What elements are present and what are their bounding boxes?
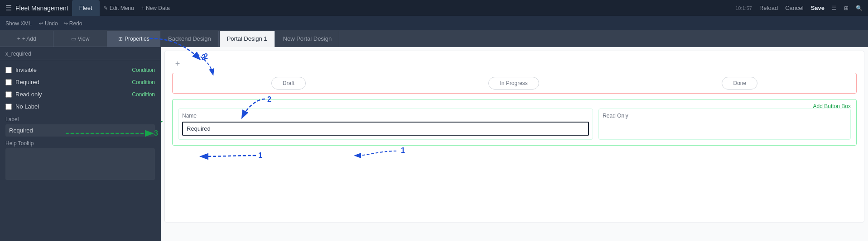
tabs-bar: Backend Design Portal Design 1 New Porta… — [161, 31, 868, 47]
form-section: Add Button Box Name Read Only — [172, 99, 857, 146]
name-field-input[interactable] — [182, 122, 589, 136]
name-field: Name — [178, 109, 593, 140]
tab-portal-design-1[interactable]: Portal Design 1 — [220, 31, 275, 47]
name-field-label: Name — [182, 113, 589, 119]
label-input[interactable] — [5, 124, 155, 137]
help-tooltip-title: Help Tooltip — [5, 140, 155, 146]
undo-redo-controls: ↩ Undo ↪ Redo — [39, 20, 82, 27]
tab-backend-design[interactable]: Backend Design — [161, 31, 219, 47]
header-left: ☰ Fleet Management Fleet ✎ Edit Menu + N… — [5, 0, 170, 16]
edit-menu-button[interactable]: ✎ Edit Menu — [103, 5, 134, 11]
grid-view-icon[interactable]: ⊞ — [844, 5, 849, 11]
help-tooltip-input[interactable] — [5, 148, 155, 180]
status-draft[interactable]: Draft — [271, 77, 306, 90]
no-label-checkbox[interactable] — [5, 104, 12, 110]
label-section: Label — [5, 116, 155, 137]
no-label-row: No Label — [5, 100, 155, 113]
read-only-field: Read Only — [598, 109, 851, 140]
required-checkbox[interactable] — [5, 79, 12, 85]
design-canvas: + Draft In Progress Done Add But — [164, 51, 864, 222]
invisible-condition[interactable]: Condition — [132, 67, 155, 73]
main-layout: + + Add ▭ View ⊞ Properties x_required I… — [0, 31, 868, 241]
add-row: + — [172, 58, 857, 69]
status-done[interactable]: Done — [722, 77, 757, 90]
form-row: Name Read Only — [178, 109, 851, 140]
sidebar-content: Invisible Condition Required Condition R… — [0, 60, 160, 241]
hamburger-icon[interactable]: ☰ — [5, 4, 12, 12]
new-data-button[interactable]: + New Data — [141, 5, 170, 11]
view-button[interactable]: ▭ View — [53, 31, 107, 47]
cancel-button[interactable]: Cancel — [785, 5, 803, 11]
add-button[interactable]: + + Add — [0, 31, 53, 47]
reload-button[interactable]: Reload — [759, 5, 778, 11]
fleet-tab[interactable]: Fleet — [72, 0, 100, 16]
pencil-icon: ✎ — [103, 5, 108, 11]
sub-header: Show XML ↩ Undo ↪ Redo — [0, 16, 868, 31]
tab-new-portal-design[interactable]: New Portal Design — [276, 31, 340, 47]
plus-icon: + — [17, 36, 20, 42]
properties-icon: ⊞ — [118, 36, 123, 42]
invisible-checkbox[interactable] — [5, 67, 12, 73]
properties-button[interactable]: ⊞ Properties — [107, 31, 160, 47]
list-view-icon[interactable]: ☰ — [832, 5, 837, 11]
read-only-condition[interactable]: Condition — [132, 91, 155, 98]
read-only-checkbox[interactable] — [5, 91, 12, 98]
required-label: Required — [15, 79, 39, 85]
invisible-label: Invisible — [15, 66, 37, 73]
sidebar-toolbar: + + Add ▭ View ⊞ Properties — [0, 31, 160, 47]
undo-button[interactable]: ↩ Undo — [39, 20, 58, 27]
help-tooltip-section: Help Tooltip — [5, 140, 155, 181]
no-label-label: No Label — [15, 103, 39, 110]
search-icon[interactable]: 🔍 — [856, 5, 863, 11]
header-right: 10:1:57 Reload Cancel Save ☰ ⊞ 🔍 — [735, 5, 863, 11]
sidebar-section-title: x_required — [0, 47, 160, 60]
add-button-box[interactable]: Add Button Box — [813, 103, 851, 109]
undo-icon: ↩ — [39, 20, 43, 27]
required-row: Required Condition — [5, 76, 155, 88]
read-only-row: Read only Condition — [5, 88, 155, 100]
status-in-progress[interactable]: In Progress — [488, 77, 539, 90]
required-condition[interactable]: Condition — [132, 79, 155, 85]
invisible-row: Invisible Condition — [5, 64, 155, 76]
read-only-field-label: Read Only — [603, 113, 847, 119]
save-button[interactable]: Save — [811, 5, 825, 11]
add-element-button[interactable]: + — [172, 58, 183, 69]
view-icon: ▭ — [71, 36, 76, 42]
header-center: ✎ Edit Menu + New Data — [103, 5, 170, 11]
status-bar: Draft In Progress Done — [172, 73, 857, 94]
time-display: 10:1:57 — [735, 5, 752, 11]
redo-icon: ↪ — [63, 20, 68, 27]
sidebar: + + Add ▭ View ⊞ Properties x_required I… — [0, 31, 161, 241]
show-xml-toggle[interactable]: Show XML — [5, 20, 32, 27]
right-content: Backend Design Portal Design 1 New Porta… — [161, 31, 868, 241]
read-only-label: Read only — [15, 91, 42, 98]
app-title: Fleet Management — [15, 5, 68, 12]
design-area: 1 2 3 + — [161, 47, 868, 241]
label-title: Label — [5, 116, 155, 123]
redo-button[interactable]: ↪ Redo — [63, 20, 82, 27]
top-header: ☰ Fleet Management Fleet ✎ Edit Menu + N… — [0, 0, 868, 16]
